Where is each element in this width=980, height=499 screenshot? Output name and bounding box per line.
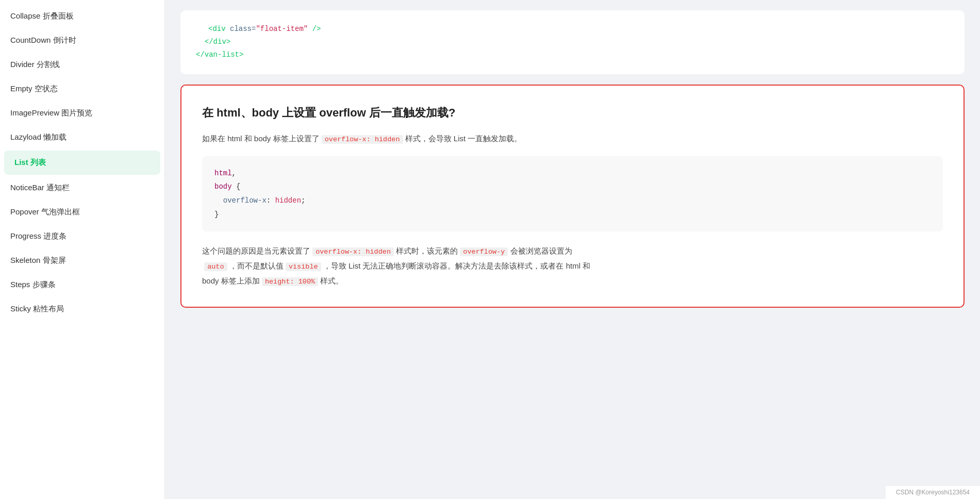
inline-code-auto: auto — [204, 262, 227, 271]
code-line-3: </van-list> — [196, 48, 949, 61]
inline-code-visible: visible — [286, 262, 321, 271]
sidebar-item-skeleton[interactable]: Skeleton 骨架屏 — [0, 248, 164, 273]
sidebar-item-noticebar[interactable]: NoticeBar 通知栏 — [0, 176, 164, 200]
notice-title: 在 html、body 上设置 overflow 后一直触发加载? — [202, 104, 943, 121]
sidebar-item-list[interactable]: List 列表 — [4, 151, 160, 175]
css-line-4: } — [214, 208, 931, 222]
sidebar-item-lazyload[interactable]: Lazyload 懒加载 — [0, 125, 164, 149]
sidebar-item-steps[interactable]: Steps 步骤条 — [0, 273, 164, 297]
sidebar-item-empty[interactable]: Empty 空状态 — [0, 77, 164, 101]
main-content: <div class="float-item" /> </div> </van-… — [165, 0, 980, 499]
sidebar-item-collapse[interactable]: Collapse 折叠面板 — [0, 4, 164, 28]
css-line-2: body { — [214, 180, 931, 194]
bottom-bar: CSDN @Koreyoshi123654 — [886, 485, 980, 499]
css-line-3: overflow-x: hidden; — [214, 194, 931, 208]
inline-code-overflow-x-2: overflow-x: hidden — [312, 247, 394, 256]
inline-code-overflow-x: overflow-x: hidden — [322, 135, 403, 144]
sidebar: Collapse 折叠面板 CountDown 倒计时 Divider 分割线 … — [0, 0, 165, 499]
sidebar-item-divider[interactable]: Divider 分割线 — [0, 53, 164, 77]
code-line-1: <div class="float-item" /> — [208, 23, 949, 36]
sidebar-item-progress[interactable]: Progress 进度条 — [0, 224, 164, 248]
inline-code-height: height: 100% — [262, 277, 318, 286]
notice-desc: 如果在 html 和 body 标签上设置了 overflow-x: hidde… — [202, 131, 943, 146]
code-line-2: </div> — [196, 36, 949, 48]
footer-text: CSDN @Koreyoshi123654 — [896, 489, 970, 496]
code-block-top: <div class="float-item" /> </div> </van-… — [180, 10, 965, 74]
notice-code-block: html, body { overflow-x: hidden; } — [202, 156, 943, 231]
inline-code-overflow-y: overflow-y — [460, 247, 508, 256]
sidebar-item-countdown[interactable]: CountDown 倒计时 — [0, 28, 164, 53]
sidebar-item-imagepreview[interactable]: ImagePreview 图片预览 — [0, 101, 164, 125]
css-line-1: html, — [214, 167, 931, 180]
sidebar-item-popover[interactable]: Popover 气泡弹出框 — [0, 200, 164, 224]
notice-box: 在 html、body 上设置 overflow 后一直触发加载? 如果在 ht… — [180, 85, 965, 308]
notice-footer: 这个问题的原因是当元素设置了 overflow-x: hidden 样式时，该元… — [202, 244, 943, 288]
sidebar-item-sticky[interactable]: Sticky 粘性布局 — [0, 297, 164, 321]
